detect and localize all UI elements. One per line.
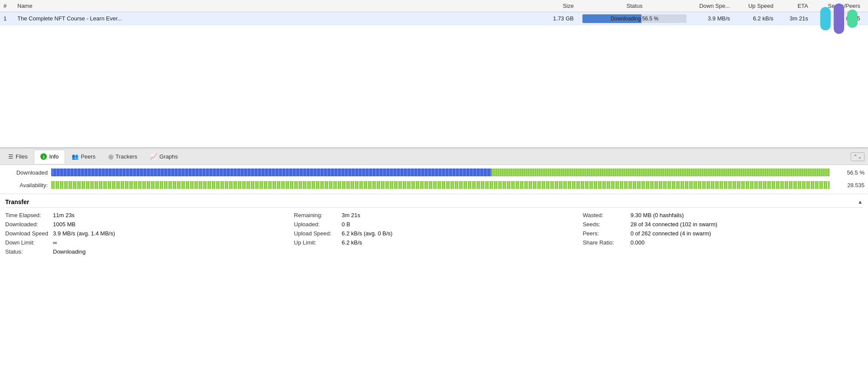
scroll-up-button[interactable]: ▲ bbox=[858, 199, 863, 205]
svg-rect-1 bbox=[834, 3, 844, 34]
tab-expand-button[interactable]: ⌃⌄ bbox=[851, 152, 865, 161]
transfer-row-down-limit: Down Limit: ∞ bbox=[5, 239, 285, 246]
svg-rect-2 bbox=[847, 10, 858, 28]
up-limit-key: Up Limit: bbox=[294, 239, 342, 246]
bottom-panel: ☰ Files i Info 👥 Peers ◎ Trackers 📈 Grap… bbox=[0, 148, 868, 380]
share-ratio-val: 0.000 bbox=[631, 239, 645, 246]
wasted-val: 9.30 MB (0 hashfails) bbox=[631, 212, 684, 218]
transfer-row-wasted: Wasted: 9.30 MB (0 hashfails) bbox=[583, 212, 863, 218]
down-limit-val: ∞ bbox=[53, 239, 57, 246]
time-elapsed-key: Time Elapsed: bbox=[5, 212, 53, 218]
tab-files-label: Files bbox=[16, 153, 27, 160]
transfer-row-up-limit: Up Limit: 6.2 kB/s bbox=[294, 239, 574, 246]
info-icon: i bbox=[40, 153, 47, 160]
tab-peers[interactable]: 👥 Peers bbox=[65, 150, 102, 164]
files-icon: ☰ bbox=[8, 153, 13, 160]
download-speed-val: 3.9 MB/s (avg. 1.4 MB/s) bbox=[53, 230, 115, 237]
tab-graphs-label: Graphs bbox=[159, 153, 178, 160]
transfer-col1: Time Elapsed: 11m 23s Downloaded: 1005 M… bbox=[5, 212, 285, 258]
transfer-col3: Wasted: 9.30 MB (0 hashfails) Seeds: 28 … bbox=[583, 212, 863, 258]
status-key: Status: bbox=[5, 248, 53, 255]
row-num: 1 bbox=[3, 15, 17, 22]
tab-trackers[interactable]: ◎ Trackers bbox=[102, 150, 144, 164]
down-limit-key: Down Limit: bbox=[5, 239, 53, 246]
downloaded-bar-container bbox=[51, 169, 830, 176]
status-val: Downloading bbox=[53, 248, 85, 255]
transfer-row-seeds: Seeds: 28 of 34 connected (102 in swarm) bbox=[583, 221, 863, 228]
time-elapsed-val: 11m 23s bbox=[53, 212, 75, 218]
transfer-row-uploaded: Uploaded: 0 B bbox=[294, 221, 574, 228]
row-eta: 3m 21s bbox=[778, 15, 812, 22]
transfer-row-status: Status: Downloading bbox=[5, 248, 285, 255]
row-down-speed: 3.9 MB/s bbox=[687, 15, 734, 22]
tab-files[interactable]: ☰ Files bbox=[2, 150, 34, 164]
progress-text: Downloading 56.5 % bbox=[611, 16, 658, 22]
transfer-row-downloaded: Downloaded: 1005 MB bbox=[5, 221, 285, 228]
col-header-name: Name bbox=[17, 3, 539, 9]
uploaded-key: Uploaded: bbox=[294, 221, 342, 228]
svg-rect-0 bbox=[820, 7, 831, 30]
transfer-col2: Remaining: 3m 21s Uploaded: 0 B Upload S… bbox=[294, 212, 574, 258]
share-ratio-key: Share Ratio: bbox=[583, 239, 631, 246]
transfer-row-remaining: Remaining: 3m 21s bbox=[294, 212, 574, 218]
logo-area bbox=[820, 3, 859, 34]
transfer-row-share-ratio: Share Ratio: 0.000 bbox=[583, 239, 863, 246]
downloaded-key: Downloaded: bbox=[5, 221, 53, 228]
tab-trackers-label: Trackers bbox=[115, 153, 137, 160]
trackers-icon: ◎ bbox=[108, 153, 113, 160]
row-progress-cell: Downloading 56.5 % bbox=[582, 14, 687, 23]
table-row[interactable]: 1 The Complete NFT Course - Learn Ever..… bbox=[0, 12, 868, 25]
transfer-section: Transfer ▲ Time Elapsed: 11m 23s Downloa… bbox=[0, 194, 868, 380]
transfer-row-peers: Peers: 0 of 262 connected (4 in swarm) bbox=[583, 230, 863, 237]
tab-peers-label: Peers bbox=[81, 153, 95, 160]
tab-graphs[interactable]: 📈 Graphs bbox=[144, 150, 184, 164]
app-logo bbox=[820, 3, 859, 34]
tab-info[interactable]: i Info bbox=[34, 150, 65, 164]
col-header-up-speed: Up Speed bbox=[734, 3, 778, 9]
transfer-title: Transfer ▲ bbox=[5, 198, 863, 208]
downloaded-value: 56.5 % bbox=[830, 169, 865, 176]
download-speed-key: Download Speed bbox=[5, 230, 53, 237]
row-size: 1.73 GB bbox=[539, 15, 582, 22]
transfer-grid: Time Elapsed: 11m 23s Downloaded: 1005 M… bbox=[5, 212, 863, 258]
bars-section: Downloaded 56.5 % bbox=[0, 165, 868, 194]
col-header-down-speed: Down Spe... bbox=[687, 3, 734, 9]
torrent-list-area: # Name Size Status Down Spe... Up Speed … bbox=[0, 0, 868, 148]
col-header-size: Size bbox=[539, 3, 582, 9]
transfer-title-text: Transfer bbox=[5, 198, 29, 205]
col-header-num: # bbox=[3, 3, 17, 9]
transfer-row-download-speed: Download Speed 3.9 MB/s (avg. 1.4 MB/s) bbox=[5, 230, 285, 237]
downloaded-val: 1005 MB bbox=[53, 221, 76, 228]
transfer-row-time-elapsed: Time Elapsed: 11m 23s bbox=[5, 212, 285, 218]
col-header-eta: ETA bbox=[778, 3, 812, 9]
availability-value: 28.535 bbox=[830, 182, 865, 188]
availability-label: Availability: bbox=[3, 182, 51, 188]
availability-bar-container bbox=[51, 181, 830, 189]
seeds-val: 28 of 34 connected (102 in swarm) bbox=[631, 221, 717, 228]
downloaded-label: Downloaded bbox=[3, 169, 51, 176]
seeds-key: Seeds: bbox=[583, 221, 631, 228]
peers-val: 0 of 262 connected (4 in swarm) bbox=[631, 230, 711, 237]
main-container: # Name Size Status Down Spe... Up Speed … bbox=[0, 0, 868, 380]
graphs-icon: 📈 bbox=[150, 153, 157, 160]
table-header: # Name Size Status Down Spe... Up Speed … bbox=[0, 0, 868, 12]
upload-speed-key: Upload Speed: bbox=[294, 230, 342, 237]
availability-bar-row: Availability: 28.535 bbox=[3, 179, 865, 191]
tab-info-label: Info bbox=[49, 153, 59, 160]
upload-speed-val: 6.2 kB/s (avg. 0 B/s) bbox=[342, 230, 392, 237]
uploaded-val: 0 B bbox=[342, 221, 350, 228]
transfer-row-upload-speed: Upload Speed: 6.2 kB/s (avg. 0 B/s) bbox=[294, 230, 574, 237]
col-header-status: Status bbox=[582, 3, 687, 9]
wasted-key: Wasted: bbox=[583, 212, 631, 218]
row-up-speed: 6.2 kB/s bbox=[734, 15, 778, 22]
peers-icon: 👥 bbox=[72, 153, 79, 160]
up-limit-val: 6.2 kB/s bbox=[342, 239, 362, 246]
remaining-val: 3m 21s bbox=[342, 212, 360, 218]
remaining-key: Remaining: bbox=[294, 212, 342, 218]
peers-key: Peers: bbox=[583, 230, 631, 237]
tabs-bar: ☰ Files i Info 👥 Peers ◎ Trackers 📈 Grap… bbox=[0, 149, 868, 165]
downloaded-bar-row: Downloaded 56.5 % bbox=[3, 167, 865, 178]
row-name: The Complete NFT Course - Learn Ever... bbox=[17, 15, 539, 22]
